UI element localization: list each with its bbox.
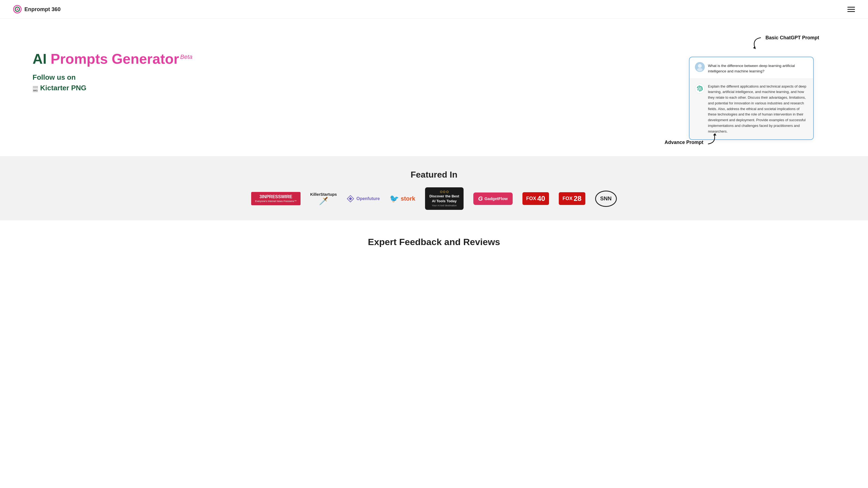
hero-section: AI Prompts GeneratorBeta Follow us on IM… <box>0 19 868 156</box>
hero-title-ai: AI <box>33 51 46 67</box>
featured-section: Featured In 3INPRESSWIRE Everyone's Inte… <box>0 156 868 220</box>
gadgetflow-g-icon: G <box>478 195 483 202</box>
logo-icon <box>13 5 22 13</box>
einpresswire-badge: 3INPRESSWIRE Everyone's Internet News Pr… <box>251 192 300 205</box>
svg-marker-9 <box>713 133 716 135</box>
svg-text:IMG: IMG <box>33 89 38 92</box>
logo-stork: 🐦 stork <box>390 191 415 207</box>
logo-gadgetflow: G GadgetFlow <box>473 191 513 207</box>
snn-badge: SNN <box>595 191 617 207</box>
chat-box: What is the difference between deep lear… <box>689 57 814 140</box>
featured-logos: 3INPRESSWIRE Everyone's Internet News Pr… <box>16 191 852 207</box>
svg-point-2 <box>17 8 18 10</box>
stork-badge: 🐦 stork <box>390 194 415 203</box>
chat-user-message: What is the difference between deep lear… <box>689 57 813 79</box>
logo-fox40: FOX 40 <box>522 191 549 207</box>
logo-openfuture: Openfuture <box>347 191 380 207</box>
annotation-basic: Basic ChatGPT Prompt <box>747 35 819 51</box>
annotation-advance-text: Advance Prompt <box>664 140 703 145</box>
annotation-basic-text: Basic ChatGPT Prompt <box>766 35 819 41</box>
discover-sub-text: Your AI tool destination <box>429 204 459 207</box>
logo-snn: SNN <box>595 191 617 207</box>
discover-mid-text: Discover the BestAI Tools Today <box>429 194 459 204</box>
annotation-advance: Advance Prompt <box>664 130 722 145</box>
navbar: Enprompt 360 <box>0 0 868 19</box>
openfuture-icon <box>347 195 354 202</box>
hamburger-line-2 <box>847 9 855 10</box>
discover-badge: ⬡ ⬡ ⬡ Discover the BestAI Tools Today Yo… <box>425 187 464 210</box>
hamburger-line-3 <box>847 11 855 12</box>
fox28-fox-text: FOX <box>563 196 572 201</box>
hero-follow-text: Follow us on <box>33 73 195 82</box>
svg-point-7 <box>698 64 702 68</box>
expert-section: Expert Feedback and Reviews <box>0 220 868 258</box>
stork-bird-icon: 🐦 <box>390 194 399 203</box>
hero-left: AI Prompts GeneratorBeta Follow us on IM… <box>33 35 195 92</box>
expert-title: Expert Feedback and Reviews <box>16 237 852 247</box>
logo-fox28: FOX 28 <box>559 191 585 207</box>
hamburger-line-1 <box>847 7 855 8</box>
svg-point-8 <box>697 68 703 71</box>
gadgetflow-text: GadgetFlow <box>485 196 508 201</box>
logo-killerstartups: KillerStartups 🗡️ <box>310 191 337 207</box>
logo-discover: ⬡ ⬡ ⬡ Discover the BestAI Tools Today Yo… <box>425 191 464 207</box>
arrow-basic-icon <box>747 35 763 51</box>
kickstarter-icon: IMG <box>33 86 38 90</box>
openfuture-badge: Openfuture <box>347 195 380 202</box>
logo-einpresswire: 3INPRESSWIRE Everyone's Internet News Pr… <box>251 191 300 207</box>
chat-user-text: What is the difference between deep lear… <box>708 62 808 74</box>
kickstarter-text: Kictarter PNG <box>40 84 87 92</box>
hamburger-menu[interactable] <box>847 7 855 12</box>
snn-text: SNN <box>600 195 612 202</box>
logo-text: Enprompt 360 <box>24 6 61 12</box>
hero-title-prompts: Prompts Generator <box>51 51 179 67</box>
featured-title: Featured In <box>16 170 852 180</box>
openfuture-text: Openfuture <box>356 196 380 201</box>
fox40-badge: FOX 40 <box>522 192 549 205</box>
arrow-advance-icon <box>706 130 722 145</box>
svg-marker-11 <box>349 197 352 200</box>
ai-icon <box>695 84 705 94</box>
hero-title: AI Prompts GeneratorBeta <box>33 51 195 67</box>
killerstartups-badge: KillerStartups 🗡️ <box>310 192 337 205</box>
fox28-num-text: 28 <box>574 194 582 203</box>
stork-text: stork <box>401 195 415 202</box>
gadgetflow-badge: G GadgetFlow <box>473 193 513 205</box>
hero-kickstarter[interactable]: IMG Kictarter PNG <box>33 84 195 92</box>
fox40-num-text: 40 <box>537 194 545 203</box>
hero-title-beta: Beta <box>180 54 192 60</box>
user-avatar <box>695 62 705 72</box>
fox40-fox-text: FOX <box>526 196 536 201</box>
hero-right: Basic ChatGPT Prompt What is the differe… <box>656 35 846 140</box>
chat-ai-text: Explain the different applications and t… <box>708 84 808 134</box>
logo[interactable]: Enprompt 360 <box>13 5 61 13</box>
discover-top-text: ⬡ ⬡ ⬡ <box>429 190 459 194</box>
fox28-badge: FOX 28 <box>559 192 585 205</box>
